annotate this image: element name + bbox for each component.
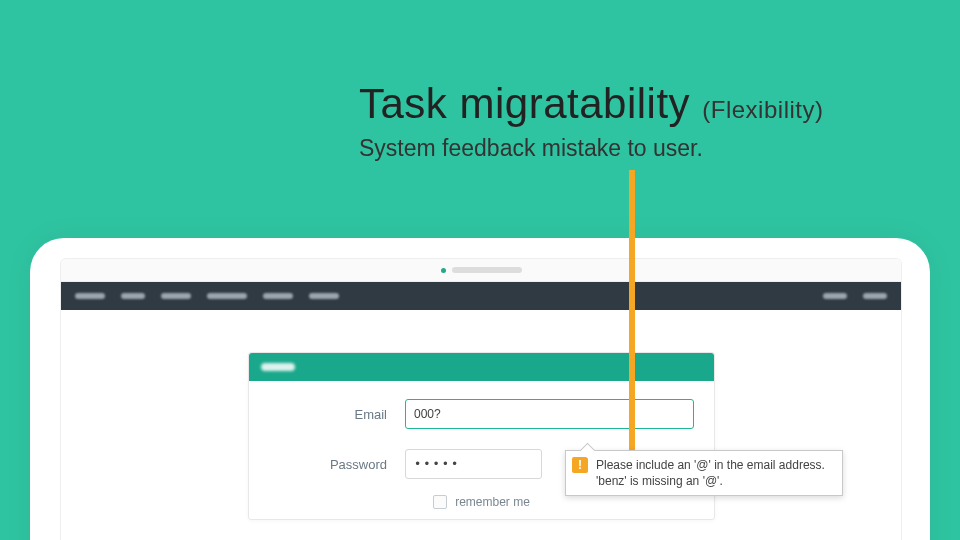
password-field[interactable]: ••••• xyxy=(405,449,542,479)
nav-item[interactable] xyxy=(263,293,293,299)
nav-item[interactable] xyxy=(161,293,191,299)
login-card-header xyxy=(249,353,714,381)
email-label: Email xyxy=(269,407,405,422)
nav-item[interactable] xyxy=(207,293,247,299)
warning-icon: ! xyxy=(572,457,588,473)
nav-item[interactable] xyxy=(75,293,105,299)
slide-subtitle: System feedback mistake to user. xyxy=(359,135,703,162)
remember-row: remember me xyxy=(269,495,694,509)
email-value: 000? xyxy=(414,407,441,421)
slide-title: Task migratability (Flexibility) xyxy=(359,80,823,128)
callout-line xyxy=(629,170,635,450)
nav-item[interactable] xyxy=(863,293,887,299)
password-value: ••••• xyxy=(414,457,460,471)
nav-item[interactable] xyxy=(121,293,145,299)
nav-item[interactable] xyxy=(309,293,339,299)
password-label: Password xyxy=(269,457,405,472)
url-placeholder xyxy=(452,267,522,273)
email-field[interactable]: 000? xyxy=(405,399,694,429)
login-title-placeholder xyxy=(261,363,295,371)
validation-tooltip: ! Please include an '@' in the email add… xyxy=(565,450,843,496)
remember-label: remember me xyxy=(455,495,530,509)
nav-item[interactable] xyxy=(823,293,847,299)
remember-checkbox[interactable] xyxy=(433,495,447,509)
title-sub: (Flexibility) xyxy=(702,96,823,123)
title-main: Task migratability xyxy=(359,80,690,127)
url-bar xyxy=(61,259,901,282)
slide: Task migratability (Flexibility) System … xyxy=(0,0,960,540)
tooltip-text: Please include an '@' in the email addre… xyxy=(596,457,832,489)
lock-icon xyxy=(441,268,446,273)
site-navbar xyxy=(61,282,901,310)
